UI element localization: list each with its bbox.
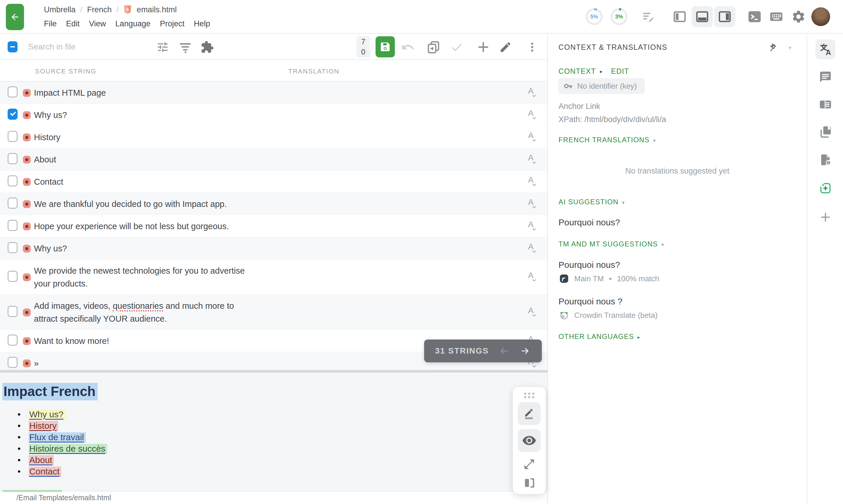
table-row[interactable]: Contact — [0, 170, 548, 193]
table-row[interactable]: About — [0, 148, 548, 170]
section-other-languages[interactable]: OTHER LANGUAGES▸ — [558, 332, 641, 341]
more-options-icon[interactable] — [526, 40, 539, 54]
mt-suggestion-text[interactable]: Pourquoi nous ? — [558, 296, 623, 306]
table-row[interactable]: Hope your experience will be not less bu… — [0, 215, 548, 237]
source-string[interactable]: We provide the newest technologies for y… — [34, 264, 258, 290]
table-row[interactable]: We are thankful you decided to go with I… — [0, 193, 548, 215]
preview-link[interactable]: Why us? — [29, 410, 65, 420]
panel-collapse-icon[interactable]: ▾ — [789, 44, 791, 51]
row-checkbox[interactable] — [7, 306, 18, 317]
row-checkbox[interactable] — [7, 175, 18, 186]
preview-link[interactable]: Contact — [29, 467, 61, 477]
notes-edit-icon[interactable] — [642, 10, 656, 24]
translate-string-icon[interactable] — [526, 152, 539, 166]
table-row[interactable]: Add images, videos, questionaries and mu… — [0, 295, 548, 330]
menu-edit[interactable]: Edit — [66, 19, 80, 29]
undo-icon[interactable] — [401, 40, 414, 54]
select-all-checkbox[interactable] — [7, 41, 18, 52]
edit-string-icon[interactable] — [499, 40, 512, 54]
row-checkbox[interactable] — [7, 198, 18, 209]
approve-check-icon[interactable] — [450, 40, 464, 54]
filter-settings-icon[interactable] — [156, 40, 169, 54]
preview-title-highlight[interactable]: Impact French — [2, 383, 98, 400]
string-info-tab-icon[interactable] — [815, 94, 836, 114]
tab-context[interactable]: CONTEXT — [558, 67, 596, 75]
preview-link[interactable]: Histoires de succès — [29, 444, 107, 454]
section-ai-suggestion[interactable]: AI SUGGESTION▾ — [558, 198, 625, 206]
column-source[interactable]: SOURCE STRING — [35, 68, 96, 75]
translated-progress-ring[interactable]: 5% — [586, 8, 603, 25]
approved-progress-ring[interactable]: 3% — [611, 8, 628, 25]
tab-edit[interactable]: EDIT — [611, 67, 629, 75]
preview-link[interactable]: History — [29, 421, 58, 431]
row-checkbox[interactable] — [7, 86, 18, 97]
table-row[interactable]: Impact HTML page — [0, 82, 548, 104]
table-row[interactable]: We provide the newest technologies for y… — [0, 259, 548, 295]
menu-view[interactable]: View — [89, 19, 106, 29]
previous-page-icon[interactable] — [498, 345, 510, 357]
save-button[interactable] — [376, 36, 395, 57]
pin-panel-icon[interactable] — [766, 41, 781, 55]
keyboard-shortcuts-icon[interactable] — [768, 8, 785, 25]
ai-suggestion-text[interactable]: Pourquoi nous? — [558, 217, 620, 228]
layout-bottom-panel-button[interactable] — [692, 6, 713, 27]
menu-language[interactable]: Language — [115, 19, 150, 29]
row-checkbox[interactable] — [7, 357, 18, 368]
translate-string-icon[interactable] — [526, 305, 539, 319]
expand-preview-icon[interactable] — [520, 457, 538, 471]
layout-left-panel-button[interactable] — [669, 6, 690, 27]
layout-right-panel-button[interactable] — [714, 6, 735, 27]
settings-gear-icon[interactable] — [790, 8, 807, 25]
row-checkbox[interactable] — [7, 153, 18, 164]
file-context-tab-icon[interactable] — [815, 150, 836, 170]
translate-string-icon[interactable] — [526, 241, 539, 255]
source-string[interactable]: Want to know more! — [34, 335, 109, 347]
tm-suggestion-text[interactable]: Pourquoi nous? — [558, 260, 620, 270]
breadcrumb-file[interactable]: emails.html — [137, 5, 177, 14]
section-tm-mt-suggestions[interactable]: TM AND MT SUGGESTIONS▾ — [558, 240, 664, 248]
source-string[interactable]: Hope your experience will be not less bu… — [34, 220, 229, 233]
console-icon[interactable] — [747, 8, 763, 25]
row-checkbox[interactable] — [7, 271, 18, 282]
table-row[interactable]: History — [0, 126, 548, 148]
source-string[interactable]: About — [34, 153, 56, 166]
section-french-translations[interactable]: FRENCH TRANSLATIONS▾ — [558, 136, 656, 144]
table-row[interactable]: Why us? — [0, 237, 548, 259]
column-translation[interactable]: TRANSLATION — [288, 68, 339, 75]
preview-link[interactable]: Flux de travail — [29, 432, 86, 443]
add-panel-tab-icon[interactable] — [815, 207, 836, 227]
row-checkbox[interactable] — [7, 220, 18, 231]
breadcrumb-project[interactable]: Umbrella — [44, 5, 75, 14]
source-string[interactable]: » — [34, 357, 39, 370]
drag-handle-icon[interactable] — [522, 392, 536, 399]
source-string[interactable]: Add images, videos, questionaries and mu… — [34, 300, 258, 325]
source-string[interactable]: Why us? — [34, 242, 67, 255]
source-string[interactable]: Contact — [34, 175, 63, 188]
menu-project[interactable]: Project — [160, 19, 184, 29]
menu-file[interactable]: File — [44, 19, 57, 29]
breadcrumb-language[interactable]: French — [87, 5, 112, 14]
search-input[interactable] — [28, 39, 142, 54]
translate-string-icon[interactable] — [526, 86, 539, 100]
back-button[interactable] — [6, 4, 24, 30]
user-avatar[interactable] — [811, 7, 830, 26]
translate-string-icon[interactable] — [526, 130, 539, 144]
horizontal-scrollbar[interactable] — [0, 370, 548, 373]
source-string[interactable]: Why us? — [34, 109, 67, 122]
source-string[interactable]: Impact HTML page — [34, 86, 106, 99]
row-checkbox[interactable] — [7, 242, 18, 253]
add-string-icon[interactable] — [477, 40, 490, 54]
glossary-tab-icon[interactable] — [815, 122, 836, 142]
highlight-edit-button[interactable] — [518, 402, 541, 425]
row-checkbox-checked[interactable] — [7, 109, 18, 120]
ai-assistant-tab-icon[interactable] — [815, 178, 836, 198]
row-checkbox[interactable] — [7, 335, 18, 346]
filter-strings-icon[interactable] — [179, 40, 192, 54]
source-string[interactable]: We are thankful you decided to go with I… — [34, 198, 227, 211]
source-string[interactable]: History — [34, 131, 60, 144]
comments-tab-icon[interactable] — [815, 67, 836, 87]
translate-string-icon[interactable] — [526, 197, 539, 211]
translate-string-icon[interactable] — [526, 219, 539, 233]
split-view-icon[interactable] — [520, 476, 538, 490]
translate-string-icon[interactable] — [526, 108, 539, 122]
